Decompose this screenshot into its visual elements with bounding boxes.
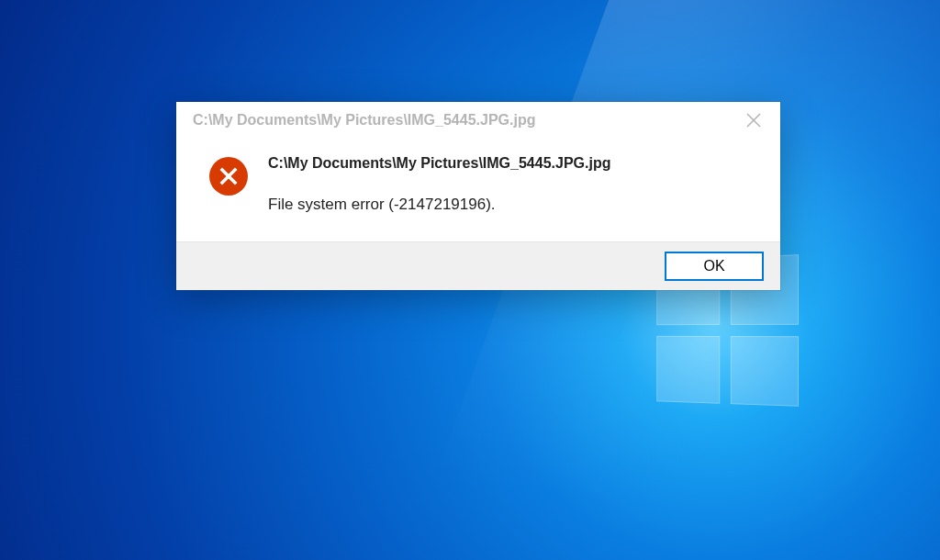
titlebar: C:\My Documents\My Pictures\IMG_5445.JPG… — [176, 102, 780, 139]
error-dialog: C:\My Documents\My Pictures\IMG_5445.JPG… — [176, 102, 780, 290]
message-file-path: C:\My Documents\My Pictures\IMG_5445.JPG… — [268, 155, 755, 172]
dialog-footer: OK — [176, 241, 780, 290]
message-area: C:\My Documents\My Pictures\IMG_5445.JPG… — [268, 155, 755, 214]
dialog-body: C:\My Documents\My Pictures\IMG_5445.JPG… — [176, 139, 780, 241]
window-title: C:\My Documents\My Pictures\IMG_5445.JPG… — [193, 112, 535, 129]
ok-button[interactable]: OK — [665, 252, 764, 281]
error-icon — [209, 157, 248, 196]
close-button[interactable] — [727, 102, 780, 139]
message-error-text: File system error (-2147219196). — [268, 196, 755, 214]
close-icon — [746, 113, 761, 128]
